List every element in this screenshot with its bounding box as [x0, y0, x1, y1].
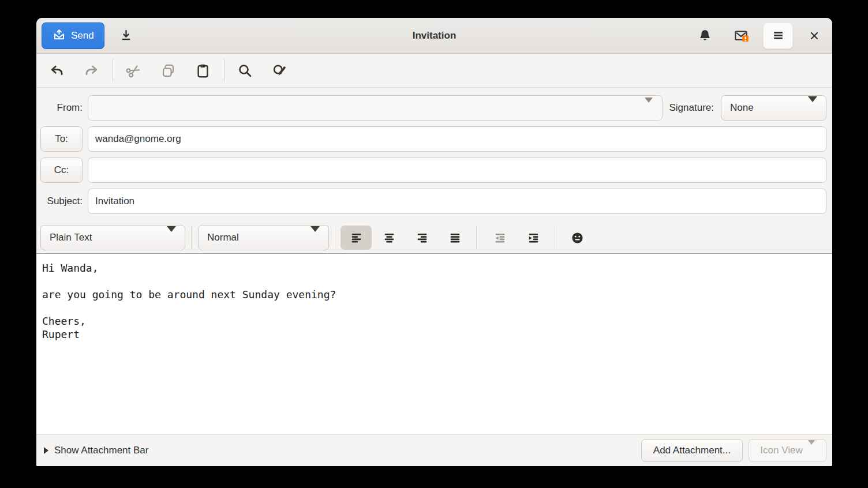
send-mail-icon — [52, 28, 66, 43]
indent-icon — [526, 231, 541, 245]
paragraph-style-value: Normal — [207, 232, 239, 243]
attachment-view-mode-select[interactable]: Icon View — [749, 439, 826, 462]
mail-status-button[interactable] — [729, 23, 754, 48]
add-attachment-button[interactable]: Add Attachment... — [641, 439, 743, 462]
bell-icon — [698, 28, 712, 43]
from-combobox[interactable] — [88, 95, 663, 121]
justify-icon — [448, 231, 462, 245]
copy-button[interactable] — [155, 58, 181, 82]
show-attachment-bar-label: Show Attachment Bar — [54, 445, 148, 456]
spell-check-icon — [272, 63, 287, 78]
align-center-icon — [382, 231, 396, 245]
emoji-icon — [570, 231, 585, 245]
undo-icon — [49, 63, 65, 78]
close-button[interactable] — [802, 23, 827, 48]
find-button[interactable] — [231, 58, 258, 82]
alignment-group — [341, 226, 470, 250]
undo-button[interactable] — [43, 58, 70, 82]
outdent-button[interactable] — [484, 226, 515, 250]
chevron-down-icon — [645, 103, 653, 113]
cc-row: Cc: — [40, 157, 826, 183]
format-separator — [191, 226, 192, 250]
paste-button[interactable] — [189, 58, 216, 82]
format-separator — [555, 226, 555, 250]
spell-check-button[interactable] — [266, 58, 293, 82]
to-button[interactable]: To: — [40, 126, 83, 152]
titlebar: Send Invitation — [36, 18, 832, 54]
signature-label: Signature: — [669, 102, 714, 114]
clipboard-icon — [195, 63, 211, 78]
cut-button[interactable] — [120, 58, 147, 82]
align-left-icon — [349, 231, 364, 245]
attachment-statusbar: Show Attachment Bar Add Attachment... Ic… — [36, 434, 832, 466]
toolbar-separator — [224, 59, 225, 82]
from-label: From: — [40, 102, 83, 114]
emoji-button[interactable] — [563, 226, 592, 250]
outdent-icon — [493, 231, 507, 245]
download-icon — [119, 28, 133, 43]
send-button[interactable]: Send — [42, 22, 104, 49]
cc-input[interactable] — [88, 157, 826, 183]
close-icon — [807, 29, 821, 43]
chevron-down-icon — [808, 102, 817, 114]
align-right-icon — [415, 231, 429, 245]
message-headers: From: Signature: None To: Cc: Subject: — [36, 88, 832, 222]
align-right-button[interactable] — [406, 226, 437, 250]
redo-button[interactable] — [78, 58, 104, 82]
subject-label: Subject: — [40, 196, 83, 207]
align-center-button[interactable] — [373, 226, 405, 250]
subject-row: Subject: — [40, 189, 826, 214]
format-separator — [335, 226, 335, 250]
composer-window: Send Invitation — [36, 18, 832, 466]
chevron-down-icon — [808, 445, 815, 456]
triangle-right-icon — [44, 447, 48, 454]
format-separator — [476, 226, 477, 250]
show-attachment-bar-toggle[interactable]: Show Attachment Bar — [42, 445, 148, 456]
mail-attention-icon — [734, 28, 750, 43]
justify-button[interactable] — [439, 226, 470, 250]
chevron-down-icon — [310, 232, 320, 243]
to-input[interactable] — [88, 126, 826, 152]
signature-select[interactable]: None — [721, 95, 826, 121]
indent-group — [484, 226, 549, 250]
copy-icon — [160, 63, 176, 78]
subject-input[interactable] — [88, 189, 826, 214]
redo-icon — [84, 63, 99, 78]
indent-button[interactable] — [518, 226, 549, 250]
from-row: From: Signature: None — [40, 95, 826, 121]
hamburger-menu-icon — [770, 28, 786, 43]
search-icon — [237, 63, 253, 78]
message-body[interactable]: Hi Wanda, are you going to be around nex… — [36, 254, 832, 434]
chevron-down-icon — [167, 232, 176, 243]
signature-value: None — [730, 102, 754, 114]
toolbar-separator — [113, 59, 113, 82]
cc-button[interactable]: Cc: — [40, 157, 83, 183]
align-left-button[interactable] — [341, 226, 372, 250]
format-toolbar: Plain Text Normal — [36, 222, 832, 254]
scissors-icon — [126, 63, 141, 78]
paragraph-style-select[interactable]: Normal — [198, 225, 329, 250]
notifications-button[interactable] — [692, 23, 717, 48]
edit-toolbar — [36, 54, 832, 88]
editing-mode-select[interactable]: Plain Text — [40, 225, 185, 250]
editing-mode-value: Plain Text — [50, 232, 92, 243]
menu-button[interactable] — [763, 22, 793, 49]
save-draft-button[interactable] — [114, 23, 139, 48]
attachment-view-mode-label: Icon View — [760, 445, 802, 456]
send-button-label: Send — [71, 30, 94, 42]
to-row: To: — [40, 126, 826, 152]
